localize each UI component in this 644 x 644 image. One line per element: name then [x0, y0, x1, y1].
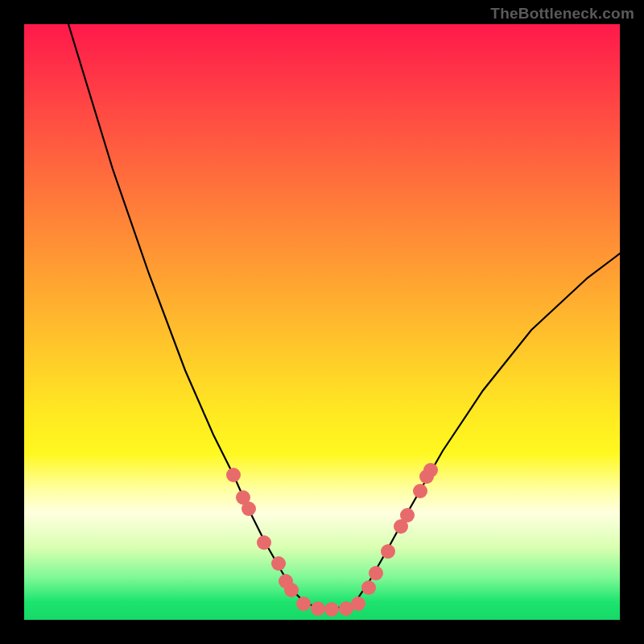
curve-line — [68, 24, 620, 608]
curve-marker-dot — [400, 508, 415, 522]
curve-marker-dot — [226, 468, 241, 482]
curve-marker-dot — [271, 556, 286, 571]
curve-marker-dot — [351, 597, 365, 611]
curve-marker-dot — [361, 580, 376, 595]
curve-markers — [226, 463, 438, 617]
curve-marker-dot — [413, 484, 427, 498]
curve-marker-dot — [296, 597, 311, 611]
curve-marker-dot — [324, 602, 339, 617]
chart-plot-area — [24, 24, 620, 620]
curve-marker-dot — [381, 544, 395, 559]
curve-marker-dot — [311, 601, 325, 616]
watermark-text: TheBottleneck.com — [490, 5, 634, 23]
bottleneck-curve — [24, 24, 620, 620]
curve-marker-dot — [257, 535, 271, 550]
curve-marker-dot — [369, 566, 383, 580]
curve-marker-dot — [284, 583, 299, 597]
curve-marker-dot — [242, 502, 256, 516]
curve-marker-dot — [423, 463, 438, 477]
